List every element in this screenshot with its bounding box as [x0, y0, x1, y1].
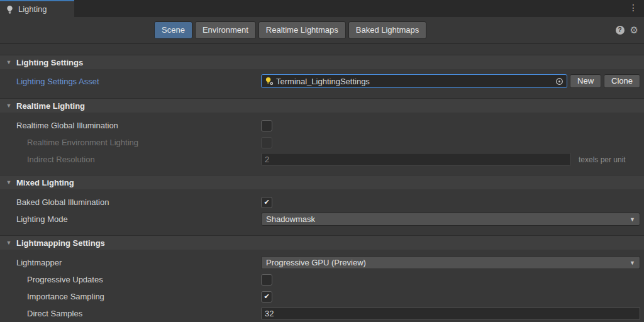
window-titlebar: Lighting ⋮	[0, 0, 644, 17]
indirect-resolution-label: Indirect Resolution	[0, 155, 261, 164]
lighting-settings-asset-field[interactable]: Terminal_LightingSettings	[261, 74, 567, 88]
lighting-settings-asset-value: Terminal_LightingSettings	[276, 77, 370, 86]
foldout-icon[interactable]: ▼	[5, 59, 13, 65]
lighting-mode-dropdown[interactable]: Shadowmask ▼	[261, 213, 640, 226]
window-tab-lighting[interactable]: Lighting	[0, 0, 74, 17]
clone-button[interactable]: Clone	[604, 74, 640, 88]
indirect-resolution-unit: texels per unit	[579, 155, 626, 164]
lightbulb-icon	[6, 5, 14, 14]
progressive-updates-label: Progressive Updates	[0, 275, 261, 284]
section-title: Mixed Lighting	[16, 178, 74, 187]
section-title: Realtime Lighting	[16, 101, 85, 111]
foldout-icon[interactable]: ▼	[5, 179, 13, 186]
direct-samples-label: Direct Samples	[0, 309, 261, 318]
row-indirect-resolution: Indirect Resolution texels per unit	[0, 151, 644, 168]
object-picker-icon[interactable]	[555, 77, 564, 86]
section-header-realtime-lighting[interactable]: ▼ Realtime Lighting	[0, 98, 644, 113]
row-lighting-settings-asset: Lighting Settings Asset Terminal_Lightin…	[0, 72, 644, 90]
row-importance-sampling: Importance Sampling ✔	[0, 288, 644, 305]
content: ▼ Lighting Settings Lighting Settings As…	[0, 55, 644, 322]
row-progressive-updates: Progressive Updates	[0, 271, 644, 288]
help-icon[interactable]: ?	[616, 26, 625, 35]
tab-environment[interactable]: Environment	[195, 21, 256, 39]
row-baked-global-illumination: Baked Global Illumination ✔	[0, 194, 644, 211]
lightmapper-value: Progressive GPU (Preview)	[266, 258, 366, 267]
section-header-lightmapping-settings[interactable]: ▼ Lightmapping Settings	[0, 235, 644, 250]
checkmark-icon: ✔	[264, 293, 269, 300]
chevron-down-icon: ▼	[630, 216, 635, 223]
window-menu-icon[interactable]: ⋮	[629, 3, 638, 12]
section-header-mixed-lighting[interactable]: ▼ Mixed Lighting	[0, 175, 644, 189]
gear-icon[interactable]: ⚙	[630, 25, 638, 35]
lighting-mode-value: Shadowmask	[266, 214, 315, 224]
lighting-window: Lighting ⋮ Scene Environment Realtime Li…	[0, 0, 644, 322]
row-lighting-mode: Lighting Mode Shadowmask ▼	[0, 211, 644, 228]
lightmapper-label: Lightmapper	[0, 258, 261, 267]
indirect-resolution-input	[261, 153, 571, 166]
lightmapper-dropdown[interactable]: Progressive GPU (Preview) ▼	[261, 256, 640, 269]
section-title: Lighting Settings	[16, 58, 83, 67]
row-realtime-environment-lighting: Realtime Environment Lighting	[0, 134, 644, 151]
lighting-settings-asset-icon	[265, 77, 274, 86]
tab-realtime-lightmaps[interactable]: Realtime Lightmaps	[258, 21, 346, 39]
lighting-mode-label: Lighting Mode	[0, 214, 261, 224]
row-lightmapper: Lightmapper Progressive GPU (Preview) ▼	[0, 254, 644, 271]
lighting-settings-asset-label: Lighting Settings Asset	[0, 77, 261, 86]
chevron-down-icon: ▼	[630, 260, 635, 266]
foldout-icon[interactable]: ▼	[5, 240, 13, 246]
realtime-env-lighting-checkbox	[261, 137, 272, 148]
window-title: Lighting	[18, 4, 47, 14]
direct-samples-input[interactable]	[261, 307, 640, 320]
realtime-gi-label: Realtime Global Illumination	[0, 121, 261, 130]
section-title: Lightmapping Settings	[16, 238, 105, 248]
importance-sampling-label: Importance Sampling	[0, 292, 261, 301]
baked-gi-checkbox[interactable]: ✔	[261, 197, 272, 208]
importance-sampling-checkbox[interactable]: ✔	[261, 291, 272, 303]
tab-baked-lightmaps[interactable]: Baked Lightmaps	[348, 21, 426, 39]
toolbar-right: ? ⚙	[616, 25, 638, 35]
foldout-icon[interactable]: ▼	[5, 103, 13, 109]
tab-group: Scene Environment Realtime Lightmaps Bak…	[154, 21, 426, 39]
tab-scene[interactable]: Scene	[154, 21, 192, 39]
realtime-env-lighting-label: Realtime Environment Lighting	[0, 138, 261, 147]
row-realtime-global-illumination: Realtime Global Illumination	[0, 117, 644, 134]
row-direct-samples: Direct Samples	[0, 305, 644, 322]
realtime-gi-checkbox[interactable]	[261, 120, 272, 131]
new-button[interactable]: New	[570, 74, 601, 88]
section-header-lighting-settings[interactable]: ▼ Lighting Settings	[0, 55, 644, 69]
toolbar: Scene Environment Realtime Lightmaps Bak…	[0, 17, 644, 44]
progressive-updates-checkbox[interactable]	[261, 274, 272, 286]
baked-gi-label: Baked Global Illumination	[0, 197, 261, 207]
checkmark-icon: ✔	[264, 199, 269, 206]
